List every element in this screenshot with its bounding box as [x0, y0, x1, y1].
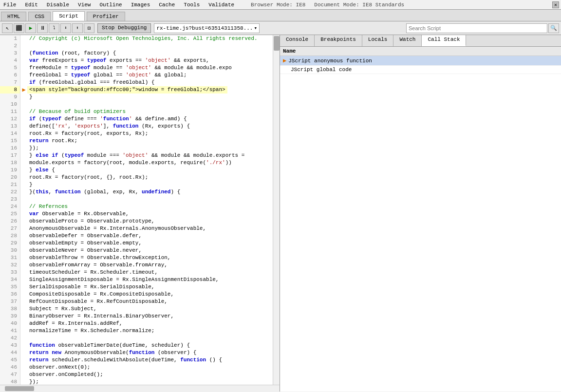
code-line[interactable]: SingleAssignmentDisposable = Rx.SingleAs… — [27, 276, 221, 283]
line-number: 40 — [0, 320, 20, 327]
menu-file[interactable]: File — [2, 2, 18, 8]
code-line[interactable]: return root.Rx; — [27, 137, 79, 145]
menu-outline[interactable]: Outline — [98, 2, 123, 8]
table-row: freeModule = typeof module == 'object' &… — [20, 64, 273, 72]
menu-view[interactable]: View — [76, 2, 92, 8]
code-line[interactable]: Subject = Rx.Subject, — [27, 305, 99, 313]
menu-cache[interactable]: Cache — [157, 2, 176, 8]
table-row: (function (root, factory) { — [20, 50, 273, 57]
table-row: }); — [20, 378, 273, 385]
line-numbers: 1234567891011121314151617181920212223242… — [0, 35, 20, 385]
line-gutter — [20, 174, 27, 181]
code-line[interactable]: (function (root, factory) { — [27, 50, 118, 57]
code-line[interactable]: <span style="background:#ffcc00;">window… — [27, 86, 227, 93]
code-line[interactable]: }(this, function (global, exp, Rx, undef… — [27, 188, 182, 196]
code-line[interactable]: RefCountDisposable = Rx.RefCountDisposab… — [27, 298, 169, 305]
code-line[interactable]: }); — [27, 145, 41, 152]
code-line[interactable]: // Copyright (c) Microsoft Open Technolo… — [27, 35, 260, 42]
menu-tools[interactable]: Tools — [182, 2, 201, 8]
tab-script[interactable]: Script — [53, 11, 85, 21]
table-row: SerialDisposable = Rx.SerialDisposable, — [20, 283, 273, 291]
code-line[interactable]: BinaryObserver = Rx.Internals.BinaryObse… — [27, 313, 176, 320]
tab-css[interactable]: CSS — [28, 12, 51, 21]
tab-console[interactable]: Console — [280, 35, 315, 46]
step-over[interactable]: ⤵ — [49, 23, 59, 33]
code-line[interactable] — [27, 42, 35, 50]
tab-call-stack[interactable]: Call Stack — [422, 35, 466, 46]
tab-watch[interactable]: Watch — [393, 35, 422, 46]
code-line[interactable]: } else if (typeof module === 'object' &&… — [27, 152, 246, 159]
code-line[interactable]: observableNever = Observable.never, — [27, 247, 144, 254]
code-line[interactable]: }); — [27, 378, 41, 385]
close-button[interactable]: ✕ — [552, 1, 559, 8]
menu-images[interactable]: Images — [130, 2, 152, 8]
call-stack-item[interactable]: JScript global code — [280, 66, 561, 74]
line-gutter — [20, 137, 27, 145]
stop-tool[interactable]: ⬛ — [14, 23, 24, 33]
code-line[interactable]: return scheduler.scheduleWithAbsolute(du… — [27, 356, 224, 364]
line-gutter — [20, 218, 27, 225]
step-out[interactable]: ⬆ — [72, 23, 83, 33]
tab-html[interactable]: HTML — [1, 12, 26, 21]
code-line[interactable]: var Observable = Rx.Observable, — [27, 210, 131, 218]
file-selector[interactable]: rx-time.js?bust=63514311358... ▾ — [154, 23, 260, 33]
code-line[interactable] — [27, 335, 35, 342]
run-btn[interactable]: ▶ — [25, 23, 36, 33]
code-line[interactable]: if (freeGlobal.global === freeGlobal) { — [27, 79, 156, 86]
code-line[interactable]: module.exports = factory(root, module.ex… — [27, 159, 234, 167]
table-row: addRef = Rx.Internals.addRef, — [20, 320, 273, 327]
code-line[interactable]: observableEmpty = Observable.empty, — [27, 240, 144, 247]
tab-profiler[interactable]: Profiler — [87, 12, 125, 21]
menu-edit[interactable]: Edit — [23, 2, 39, 8]
tab-locals[interactable]: Locals — [362, 35, 394, 46]
search-icon[interactable]: 🔍 — [548, 23, 559, 33]
code-line[interactable] — [27, 101, 35, 108]
code-line[interactable] — [27, 196, 35, 203]
menu-validate[interactable]: Validate — [207, 2, 236, 8]
code-line[interactable]: timeoutScheduler = Rx.Scheduler.timeout, — [27, 269, 160, 276]
code-line[interactable]: CompositeDisposable = Rx.CompositeDispos… — [27, 291, 176, 298]
search-script-input[interactable] — [406, 23, 547, 33]
code-line[interactable]: observableFromArray = Observable.fromArr… — [27, 261, 169, 269]
code-line[interactable]: SerialDisposable = Rx.SerialDisposable, — [27, 283, 156, 291]
code-line[interactable]: addRef = Rx.Internals.addRef, — [27, 320, 124, 327]
code-line[interactable]: root.Rx = factory(root, {}, root.Rx); — [27, 174, 150, 181]
line-number: 39 — [0, 313, 20, 320]
line-number: 4 — [0, 57, 20, 64]
code-line[interactable]: function observableTimerDate(dueTime, sc… — [27, 342, 192, 349]
stop-debugging-button[interactable]: Stop Debugging — [97, 23, 151, 33]
code-line[interactable]: } else { — [27, 167, 57, 174]
line-number: 1 — [0, 35, 20, 42]
code-line[interactable]: } — [27, 181, 35, 188]
vertical-scrollbar[interactable] — [273, 35, 280, 385]
step-into[interactable]: ⬇ — [60, 23, 71, 33]
code-line[interactable]: root.Rx = factory(root, exports, Rx); — [27, 130, 150, 137]
pointer-tool[interactable]: ↖ — [2, 23, 13, 33]
menubar: File Edit Disable View Outline Images Ca… — [0, 0, 561, 10]
code-line[interactable]: observableDefer = Observable.defer, — [27, 232, 144, 240]
tab-breakpoints[interactable]: Breakpoints — [315, 35, 362, 46]
code-line[interactable]: normalizeTime = Rx.Scheduler.normalize; — [27, 327, 156, 335]
pause-btn[interactable]: ⏸ — [37, 23, 48, 33]
code-line[interactable]: var freeExports = typeof exports == 'obj… — [27, 57, 211, 64]
code-line[interactable]: freeModule = typeof module == 'object' &… — [27, 64, 234, 72]
call-stack-item[interactable]: ▶JScript anonymous function — [280, 56, 561, 66]
menu-disable[interactable]: Disable — [45, 2, 71, 8]
code-line[interactable]: // Because of build optimizers — [27, 108, 128, 115]
code-line[interactable]: observer.onCompleted(); — [27, 371, 105, 378]
code-line[interactable]: if (typeof define === 'function' && defi… — [27, 115, 189, 123]
code-line[interactable]: define(['rx', 'exports'], function (Rx, … — [27, 123, 192, 130]
code-line[interactable]: observableProto = Observable.prototype, — [27, 218, 156, 225]
toolbar: ↖ ⬛ ▶ ⏸ ⤵ ⬇ ⬆ ⊡ Stop Debugging rx-time.j… — [0, 21, 561, 35]
code-line[interactable]: } — [27, 93, 35, 101]
code-scroll-area[interactable]: // Copyright (c) Microsoft Open Technolo… — [20, 35, 273, 385]
code-line[interactable]: observableThrow = Observable.throwExcept… — [27, 254, 172, 261]
code-line[interactable]: return new AnonymousObservable(function … — [27, 349, 198, 356]
code-line[interactable]: freeGlobal = typeof global == 'object' &… — [27, 72, 189, 79]
code-line[interactable]: // Refernces — [27, 203, 70, 210]
horizontal-scrollbar[interactable] — [0, 385, 280, 392]
line-gutter — [20, 335, 27, 342]
code-line[interactable]: AnonymousObservable = Rx.Internals.Anony… — [27, 225, 208, 232]
code-line[interactable]: observer.onNext(0); — [27, 364, 92, 371]
break-all[interactable]: ⊡ — [84, 23, 94, 33]
